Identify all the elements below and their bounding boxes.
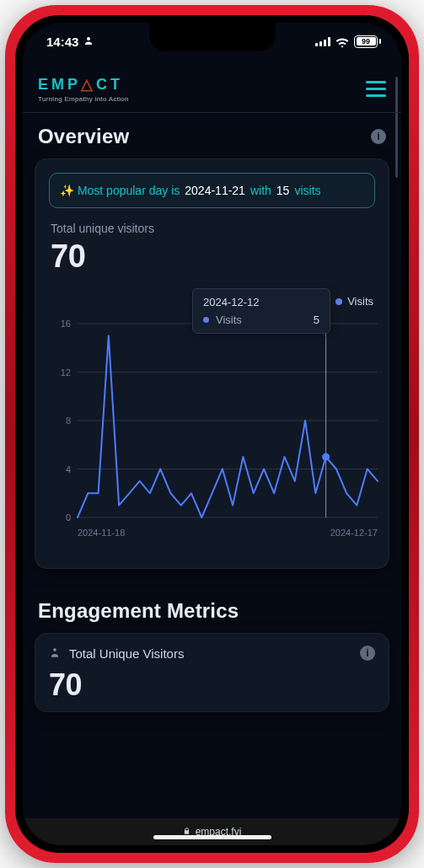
highlight-pill: ✨ Most popular day is 2024-11-21 with 15… bbox=[49, 173, 375, 208]
brand-logo[interactable]: EMP△CT Turning Empathy into Action bbox=[38, 75, 129, 103]
cellular-icon bbox=[315, 36, 330, 46]
svg-point-0 bbox=[87, 37, 90, 40]
chart-tooltip: 2024-12-12 Visits 5 bbox=[192, 288, 330, 334]
svg-text:4: 4 bbox=[66, 464, 71, 474]
browser-url-bar[interactable]: empact.fyi bbox=[23, 818, 401, 845]
highlight-count: 15 bbox=[276, 184, 290, 197]
brand-triangle-icon: △ bbox=[81, 76, 96, 93]
status-time: 14:43 bbox=[46, 35, 78, 49]
brand-name-pre: EMP bbox=[38, 76, 81, 93]
legend-dot-icon bbox=[335, 298, 342, 305]
highlight-date: 2024-11-21 bbox=[185, 184, 245, 197]
battery-icon: 99 bbox=[354, 35, 381, 48]
svg-point-15 bbox=[53, 648, 56, 651]
total-visitors-value: 70 bbox=[51, 238, 373, 275]
info-icon[interactable]: i bbox=[360, 646, 375, 661]
total-visitors-label: Total unique visitors bbox=[51, 222, 373, 235]
tooltip-dot-icon bbox=[203, 317, 209, 323]
brand-name-post: CT bbox=[96, 76, 123, 93]
person-outline-icon bbox=[49, 646, 61, 661]
engagement-title: Engagement Metrics bbox=[38, 599, 239, 623]
person-icon bbox=[83, 35, 94, 48]
legend-label: Visits bbox=[347, 295, 373, 308]
highlight-mid: with bbox=[250, 184, 271, 197]
metric-total-visitors-value: 70 bbox=[49, 667, 375, 703]
svg-point-12 bbox=[322, 453, 330, 461]
device-notch bbox=[149, 23, 276, 51]
sparkle-icon: ✨ Most popular day is bbox=[60, 184, 180, 197]
svg-text:2024-12-17: 2024-12-17 bbox=[330, 528, 378, 538]
info-icon[interactable]: i bbox=[371, 129, 386, 144]
highlight-suffix: visits bbox=[294, 184, 320, 197]
tooltip-date: 2024-12-12 bbox=[203, 296, 319, 308]
wifi-icon bbox=[335, 36, 349, 46]
menu-button[interactable] bbox=[366, 81, 386, 97]
svg-text:2024-11-18: 2024-11-18 bbox=[78, 528, 125, 538]
overview-title: Overview bbox=[38, 125, 129, 148]
brand-tagline: Turning Empathy into Action bbox=[38, 95, 129, 103]
svg-text:16: 16 bbox=[61, 319, 71, 329]
metric-total-visitors-label: Total Unique Visitors bbox=[69, 646, 184, 661]
tooltip-series: Visits bbox=[216, 313, 242, 326]
app-topbar: EMP△CT Turning Empathy into Action bbox=[23, 65, 401, 112]
hamburger-icon bbox=[366, 81, 386, 83]
svg-text:12: 12 bbox=[61, 367, 71, 378]
svg-text:8: 8 bbox=[66, 415, 71, 426]
chart-legend: Visits bbox=[335, 295, 373, 308]
overview-card: ✨ Most popular day is 2024-11-21 with 15… bbox=[35, 158, 389, 569]
svg-text:0: 0 bbox=[66, 512, 71, 522]
tooltip-value: 5 bbox=[314, 313, 319, 326]
home-indicator[interactable] bbox=[153, 835, 271, 839]
visits-chart[interactable]: Visits 2024-12-12 Visits 5 04812162 bbox=[49, 290, 375, 551]
engagement-card: Total Unique Visitors i 70 bbox=[35, 633, 389, 712]
